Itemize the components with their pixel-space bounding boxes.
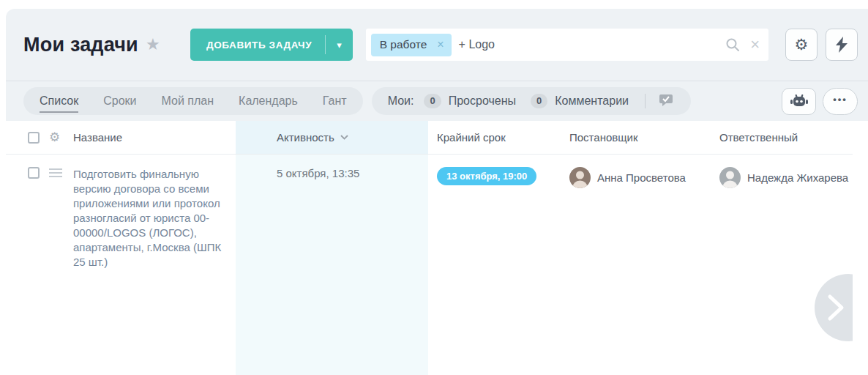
counters-prefix: Мои:: [388, 94, 414, 108]
tab-list[interactable]: Список: [40, 94, 78, 108]
row-checkbox[interactable]: [28, 167, 40, 179]
task-activity-cell: 5 октября, 13:35: [236, 155, 428, 375]
column-header-deadline[interactable]: Крайний срок: [428, 121, 564, 154]
add-task-button[interactable]: ДОБАВИТЬ ЗАДАЧУ ▾: [190, 29, 353, 61]
task-creator-cell: Анна Просветова: [564, 155, 714, 375]
drag-handle-icon[interactable]: [49, 168, 62, 177]
ellipsis-icon: •••: [833, 94, 848, 105]
table-header-row: ⚙ Название Активность Крайний срок Поста…: [6, 121, 853, 155]
counters-bar: Мои: 0 Просрочены 0 Комментарии: [372, 87, 691, 115]
column-header-creator[interactable]: Постановщик: [564, 121, 714, 154]
creator-person[interactable]: Анна Просветова: [569, 167, 714, 188]
search-icons: ×: [725, 37, 760, 53]
tab-my-plan[interactable]: Мой план: [162, 94, 214, 108]
task-name-cell: Подготовить финальную версию договора со…: [73, 155, 236, 375]
tab-gantt[interactable]: Гант: [323, 94, 347, 108]
task-name-link[interactable]: Подготовить финальную версию договора со…: [73, 168, 221, 268]
activity-timestamp: 5 октября, 13:35: [277, 167, 359, 179]
creator-name[interactable]: Анна Просветова: [597, 171, 686, 184]
page-header: Мои задачи ★ ДОБАВИТЬ ЗАДАЧУ ▾ В работе …: [6, 9, 868, 81]
lightning-icon: [836, 37, 848, 53]
view-tabs: Список Сроки Мой план Календарь Гант: [23, 87, 363, 115]
task-table: ⚙ Название Активность Крайний срок Поста…: [6, 121, 853, 375]
deadline-badge[interactable]: 13 октября, 19:00: [437, 167, 536, 185]
chevron-down-icon[interactable]: ▾: [326, 40, 353, 51]
person-silhouette-icon: [569, 167, 591, 188]
overdue-count-badge: 0: [424, 94, 441, 108]
creator-avatar[interactable]: [569, 167, 591, 188]
favorite-star-icon[interactable]: ★: [146, 37, 160, 53]
person-silhouette-icon: [719, 167, 741, 188]
more-options-button[interactable]: •••: [823, 88, 858, 115]
counters-divider: [645, 94, 646, 108]
title-wrap: Мои задачи ★: [23, 34, 190, 56]
select-all-checkbox[interactable]: [28, 132, 40, 144]
filter-chip-label: В работе: [380, 38, 427, 51]
tab-deadlines[interactable]: Сроки: [103, 94, 136, 108]
search-bar[interactable]: В работе × + Logo ×: [366, 29, 768, 61]
filter-chip[interactable]: В работе ×: [371, 34, 452, 56]
toolbar: Список Сроки Мой план Календарь Гант Мои…: [6, 81, 868, 121]
task-deadline-cell: 13 октября, 19:00: [428, 155, 564, 375]
responsible-person[interactable]: Надежда Жихарева: [719, 167, 853, 188]
chevron-right-icon: [826, 294, 845, 322]
comments-counter[interactable]: Комментарии: [555, 94, 629, 108]
responsible-avatar[interactable]: [719, 167, 741, 188]
overdue-counter[interactable]: Просрочены: [449, 94, 516, 108]
page-title: Мои задачи: [23, 34, 138, 56]
table-row: Подготовить финальную версию договора со…: [6, 155, 853, 375]
comments-count-badge: 0: [531, 94, 547, 108]
responsible-name[interactable]: Надежда Жихарева: [747, 171, 848, 184]
sort-chevron-down-icon: [340, 135, 348, 140]
header-controls-cell: ⚙: [6, 121, 73, 154]
tab-calendar[interactable]: Календарь: [239, 94, 298, 108]
column-header-activity-label: Активность: [277, 131, 334, 144]
row-controls-cell: [6, 155, 73, 375]
robot-automation-button[interactable]: [782, 88, 816, 115]
chip-remove-icon[interactable]: ×: [437, 38, 444, 51]
column-header-responsible[interactable]: Ответственный: [714, 121, 853, 154]
filter-settings-button[interactable]: ⚙: [785, 29, 818, 61]
automation-button[interactable]: [826, 29, 858, 61]
chat-comments-icon[interactable]: [659, 94, 675, 108]
search-icon[interactable]: [725, 37, 740, 52]
gear-icon: ⚙: [795, 36, 809, 53]
grid-settings-gear-icon[interactable]: ⚙: [49, 131, 60, 144]
column-header-name[interactable]: Название: [73, 121, 236, 154]
column-header-activity[interactable]: Активность: [236, 121, 428, 154]
clear-search-icon[interactable]: ×: [750, 37, 760, 53]
search-input[interactable]: + Logo: [459, 38, 726, 51]
add-task-label: ДОБАВИТЬ ЗАДАЧУ: [206, 40, 312, 51]
task-responsible-cell: Надежда Жихарева: [714, 155, 853, 375]
robot-icon: [790, 94, 808, 108]
